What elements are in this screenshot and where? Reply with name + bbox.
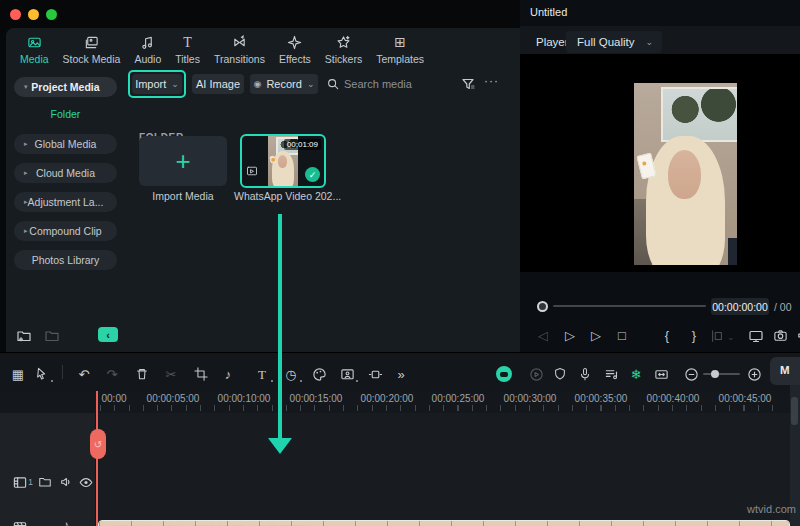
seek-bar[interactable]	[553, 305, 706, 307]
vertical-scrollbar[interactable]	[791, 397, 798, 425]
play-button[interactable]: ▷	[591, 329, 601, 342]
timeline-zoom-slider[interactable]	[703, 373, 740, 375]
import-media-card[interactable]: +	[139, 136, 227, 186]
media-view-grid-button[interactable]: ▦	[9, 365, 27, 383]
collapse-sidebar-button[interactable]: ‹	[98, 327, 118, 342]
tab-effects[interactable]: Effects	[279, 28, 311, 65]
music-note-icon: ♪	[225, 368, 232, 381]
mark-in-button[interactable]: {	[665, 329, 669, 342]
split-button[interactable]: ✂	[162, 365, 180, 383]
more-options-button[interactable]: ···	[484, 74, 499, 88]
sidebar-item-global-media[interactable]: ▸ Global Media	[14, 134, 117, 154]
tab-stock-media[interactable]: Stock Media	[63, 28, 121, 65]
add-audio-track-icon[interactable]: ♪	[63, 519, 69, 526]
zoom-out-button[interactable]	[682, 365, 700, 383]
preview-render-button[interactable]	[527, 365, 545, 383]
add-track-icon[interactable]	[13, 519, 28, 526]
record-button[interactable]: ◉ Record ⌄	[250, 74, 318, 94]
search-input[interactable]: Search media	[344, 78, 412, 90]
grid-icon: ▦	[12, 368, 24, 381]
snowflake-icon: ❄	[631, 368, 642, 381]
ai-image-button[interactable]: AI Image	[192, 74, 244, 94]
sidebar-item-project-media[interactable]: ▾ Project Media	[14, 77, 117, 97]
import-button-label: Import	[135, 78, 166, 90]
keyframe-freeze-button[interactable]: ❄	[627, 365, 645, 383]
copyright-shield-button[interactable]	[551, 365, 569, 383]
sidebar-item-label: Project Media	[31, 81, 99, 93]
more-tools-button[interactable]: »	[392, 365, 410, 383]
stop-button[interactable]: □	[618, 329, 626, 342]
text-tool-button[interactable]: T	[253, 365, 271, 383]
voiceover-button[interactable]	[576, 365, 594, 383]
sidebar-item-folder[interactable]: Folder	[14, 108, 117, 120]
audio-icon	[140, 35, 155, 50]
sidebar-item-adjustment-layer[interactable]: ▸ Adjustment La...	[14, 192, 117, 212]
clip-duration-badge: 00:01:09	[284, 139, 321, 150]
auto-ripple-button[interactable]	[652, 365, 670, 383]
drag-arrow-head	[268, 438, 292, 454]
tab-transitions-label: Transitions	[214, 53, 265, 65]
next-frame-button[interactable]: ▷	[565, 329, 575, 342]
track-visibility-button[interactable]	[79, 475, 94, 490]
current-timecode[interactable]: 00:00:00:00	[711, 298, 769, 315]
sidebar-item-cloud-media[interactable]: ▸ Cloud Media	[14, 163, 117, 183]
tab-titles[interactable]: T Titles	[175, 28, 200, 65]
color-button[interactable]	[310, 365, 328, 383]
sidebar-item-photos-library[interactable]: Photos Library	[14, 250, 117, 270]
ai-copilot-toggle[interactable]	[495, 365, 513, 383]
snapshot-button[interactable]	[773, 328, 788, 347]
playhead-handle[interactable]: ↺	[90, 429, 106, 459]
ruler-label: 00:00:20:00	[361, 393, 414, 404]
undo-button[interactable]: ↶	[75, 365, 93, 383]
delete-button[interactable]	[133, 365, 151, 383]
tab-transitions[interactable]: Transitions	[214, 28, 265, 65]
audio-mixer-button[interactable]	[602, 365, 620, 383]
new-folder-button[interactable]	[16, 328, 32, 348]
record-button-label: Record	[266, 78, 301, 90]
tab-media[interactable]: Media	[20, 28, 49, 65]
delete-folder-button[interactable]	[44, 328, 60, 348]
fullscreen-display-button[interactable]	[748, 328, 764, 348]
select-tool-button[interactable]	[33, 365, 51, 383]
zoom-in-button[interactable]	[745, 365, 763, 383]
ruler-label: 00:00:05:00	[147, 393, 200, 404]
import-media-card-label: Import Media	[139, 190, 227, 202]
close-window-button[interactable]	[10, 9, 21, 20]
chevron-down-icon: ⌄	[171, 80, 179, 89]
mute-button[interactable]	[796, 328, 800, 347]
import-button[interactable]: Import ⌄	[132, 74, 182, 94]
expand-arrow-icon: ▸	[24, 227, 28, 235]
zoom-slider-handle[interactable]	[711, 370, 719, 378]
maximize-window-button[interactable]	[46, 9, 57, 20]
crop-button[interactable]	[192, 365, 210, 383]
speed-button[interactable]: ◷	[282, 365, 300, 383]
quality-dropdown[interactable]: Full Quality ⌄	[566, 31, 662, 53]
tab-audio[interactable]: Audio	[134, 28, 161, 65]
record-screen-button[interactable]	[338, 365, 356, 383]
media-clip-card[interactable]: 00:01:09 ✓	[240, 134, 326, 188]
motion-track-button[interactable]	[366, 365, 384, 383]
previous-frame-button[interactable]: ◁	[538, 329, 548, 342]
mark-out-button[interactable]: }	[692, 329, 696, 342]
tab-stickers[interactable]: Stickers	[325, 28, 362, 65]
timeline-ruler[interactable]: 00:00 00:00:05:00 00:00:10:00 00:00:15:0…	[0, 391, 790, 414]
chevron-down-icon: ⌄	[307, 80, 315, 89]
timeline-clip[interactable]: ▶WhatsApp Video 2023-09-28 at 2.07.57 PM	[98, 520, 790, 526]
monitor-icon	[748, 328, 764, 344]
tab-templates[interactable]: ⊞ Templates	[376, 28, 424, 65]
playhead-knob[interactable]	[537, 301, 548, 312]
chevron-down-icon: ⌄	[645, 38, 653, 47]
track-mute-button[interactable]	[59, 475, 73, 489]
tab-stock-media-label: Stock Media	[63, 53, 121, 65]
redo-button[interactable]: ↷	[103, 365, 121, 383]
preview-window	[661, 87, 737, 142]
collapsed-side-panel-tab[interactable]: M	[770, 357, 800, 385]
audio-stretch-button[interactable]: ♪	[219, 365, 237, 383]
trim-button[interactable]	[710, 329, 724, 347]
minimize-window-button[interactable]	[28, 9, 39, 20]
track-lock-button[interactable]	[38, 475, 52, 489]
clock-icon: ◷	[285, 368, 296, 381]
media-sidebar: ▾ Project Media Folder ▸ Global Media ▸ …	[6, 70, 120, 352]
filter-button[interactable]	[460, 76, 476, 96]
sidebar-item-compound-clip[interactable]: ▸ Compound Clip	[14, 221, 117, 241]
